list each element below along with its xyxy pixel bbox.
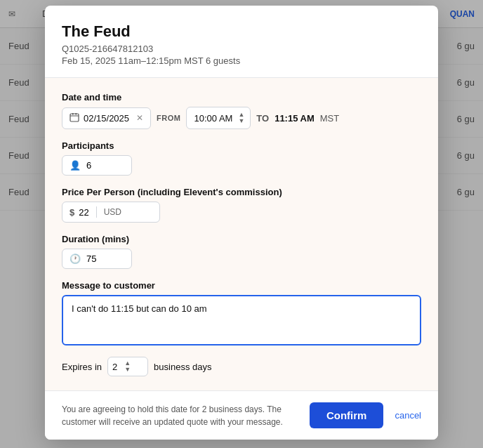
currency-label: USD (104, 207, 121, 217)
expires-value: 2 (112, 362, 117, 372)
price-field-group: Price Per Person (including Elevent's co… (62, 187, 421, 223)
modal-footer: You are agreeing to hold this date for 2… (45, 390, 438, 440)
expires-prefix: Expires in (62, 362, 102, 372)
duration-value: 75 (86, 253, 96, 264)
date-clear-button[interactable]: ✕ (136, 113, 143, 123)
person-icon (70, 160, 81, 171)
modal-dialog: The Feud Q1025-216647812103 Feb 15, 2025… (45, 6, 438, 440)
svg-rect-2 (76, 113, 77, 115)
from-label: FROM (157, 114, 180, 122)
datetime-field-group: Date and time 02/15/2025 (62, 92, 421, 129)
expires-spinner[interactable]: 2 ▲ ▼ (107, 357, 148, 376)
date-value: 02/15/2025 (84, 113, 129, 124)
dollar-icon (70, 207, 74, 218)
modal-body: Date and time 02/15/2025 (45, 78, 438, 390)
cancel-link[interactable]: cancel (395, 410, 421, 421)
expires-row: Expires in 2 ▲ ▼ business days (62, 357, 421, 376)
modal-title: The Feud (62, 22, 421, 41)
svg-rect-1 (72, 113, 74, 115)
datetime-label: Date and time (62, 92, 421, 103)
end-time-value: 11:15 AM (274, 113, 315, 124)
modal-date-line: Feb 15, 2025 11am–12:15pm MST 6 guests (62, 55, 421, 66)
price-divider (96, 206, 97, 218)
calendar-icon (70, 112, 79, 124)
start-time-input[interactable]: 10:00 AM ▲ ▼ (186, 107, 251, 129)
price-value: 22 (79, 207, 88, 218)
expires-spinners: ▲ ▼ (123, 360, 132, 373)
clock-icon (70, 253, 81, 264)
message-label: Message to customer (62, 280, 421, 291)
duration-input[interactable]: 75 (62, 249, 132, 269)
start-time-value: 10:00 AM (194, 113, 232, 124)
modal-order-id: Q1025-216647812103 (62, 44, 421, 54)
duration-label: Duration (mins) (62, 234, 421, 244)
expires-suffix: business days (154, 362, 211, 372)
time-spinners: ▲ ▼ (237, 112, 246, 124)
date-picker[interactable]: 02/15/2025 ✕ (62, 107, 151, 129)
expires-down-button[interactable]: ▼ (123, 367, 132, 373)
modal-overlay: The Feud Q1025-216647812103 Feb 15, 2025… (0, 0, 483, 448)
duration-field-group: Duration (mins) 75 (62, 234, 421, 269)
time-down-button[interactable]: ▼ (237, 118, 246, 124)
confirm-button[interactable]: Confirm (310, 402, 384, 428)
participants-input[interactable]: 6 (62, 155, 132, 176)
datetime-row: 02/15/2025 ✕ FROM 10:00 AM ▲ ▼ TO (62, 107, 421, 129)
svg-rect-0 (70, 114, 79, 121)
message-textarea[interactable] (62, 295, 421, 345)
message-field-group: Message to customer (62, 280, 421, 345)
modal-header: The Feud Q1025-216647812103 Feb 15, 2025… (45, 6, 438, 78)
to-label: TO (256, 113, 269, 124)
price-label: Price Per Person (including Elevent's co… (62, 187, 421, 197)
timezone-label: MST (320, 113, 339, 124)
participants-label: Participants (62, 140, 421, 151)
participants-field-group: Participants 6 (62, 140, 421, 176)
footer-notice: You are agreeing to hold this date for 2… (62, 403, 298, 428)
price-input[interactable]: 22 USD (62, 202, 160, 223)
participants-value: 6 (86, 160, 91, 171)
